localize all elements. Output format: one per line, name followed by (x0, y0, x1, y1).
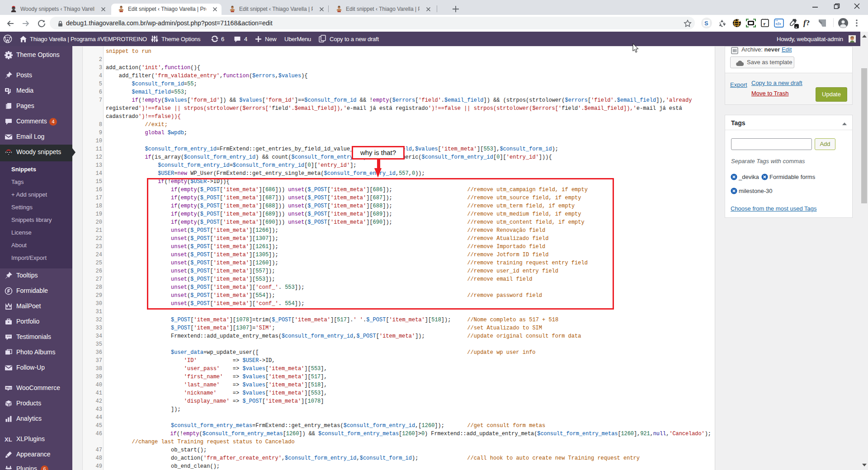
svg-text:S: S (704, 20, 708, 27)
svg-text:””: ”” (7, 335, 11, 339)
svg-text:</>: </> (776, 22, 781, 26)
svg-text:Woo: Woo (6, 386, 12, 389)
svg-text:XL: XL (5, 436, 12, 443)
svg-text:r: r (764, 21, 766, 26)
